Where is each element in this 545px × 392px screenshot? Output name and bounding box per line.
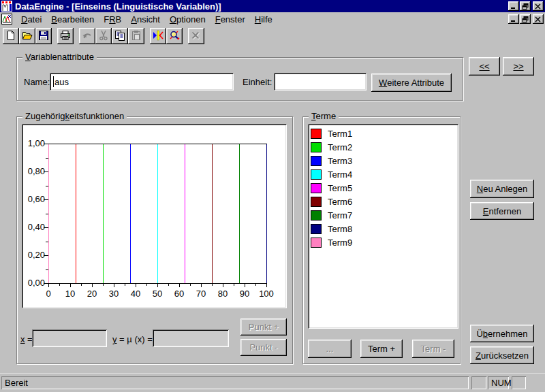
x-axis-tick (114, 283, 114, 287)
y-axis-minor-tick (46, 242, 48, 242)
entfernen-button[interactable]: Entfernen (470, 202, 534, 220)
delete-icon (191, 30, 202, 43)
term-list-item[interactable]: Term8 (311, 222, 458, 235)
term-list-item[interactable]: Term5 (311, 181, 458, 195)
x-axis-label: 20 (82, 289, 102, 299)
menu-optionen[interactable]: Optionen (165, 14, 211, 25)
x-axis-tick (223, 283, 223, 287)
term-list-item[interactable]: Term1 (311, 127, 458, 140)
app-window: DataEngine - [Einseins (Linguistische Va… (0, 0, 545, 392)
einheit-input[interactable] (274, 73, 367, 91)
zoom-membership-icon (169, 30, 180, 43)
minimize-button[interactable] (508, 1, 519, 11)
toolbar-save-button[interactable] (35, 28, 52, 44)
restore-button[interactable] (520, 1, 531, 11)
x-axis-minor-tick (59, 283, 60, 286)
menu-items: DateiBearbeitenFRBAnsichtOptionenFenster… (16, 14, 277, 25)
toolbar-separator (52, 36, 57, 37)
y-value-input (153, 329, 229, 347)
weitere-attribute-button[interactable]: Weitere Attribute (371, 74, 452, 92)
prev-variable-button[interactable]: << (469, 57, 500, 76)
x-axis-label: 0 (38, 289, 59, 299)
x-axis-tick (245, 283, 245, 287)
menu-frb[interactable]: FRB (99, 14, 126, 25)
x-value-input (32, 329, 107, 347)
menu-ansicht[interactable]: Ansicht (126, 14, 165, 25)
term-plus-button[interactable]: Term + (360, 340, 403, 358)
zuruecksetzen-button[interactable]: Zurücksetzen (470, 346, 534, 364)
chart-canvas[interactable]: 1,000,800,600,400,200,000102030405060708… (22, 124, 287, 308)
x-axis-minor-tick (103, 283, 104, 286)
y-axis-label: 0,60 (22, 195, 45, 204)
toolbar-zoom-membership-button[interactable] (166, 28, 183, 44)
neu-anlegen-button[interactable]: Neu Anlegen (470, 180, 534, 198)
toolbar-undo-button (79, 28, 95, 44)
titlebar: DataEngine - [Einseins (Linguistische Va… (0, 0, 545, 12)
term-color-chip (311, 183, 322, 193)
terme-listbox[interactable]: Term1Term2Term3Term4Term5Term6Term7Term8… (308, 124, 458, 329)
x-axis-tick (136, 283, 136, 287)
term-list-item[interactable]: Term6 (311, 195, 458, 208)
menu-datei[interactable]: Datei (16, 14, 46, 25)
term-label: Term5 (328, 183, 352, 193)
punkt-minus-button: Punkt - (240, 339, 287, 356)
x-axis-label: 40 (125, 289, 146, 299)
text-caret (53, 76, 54, 87)
toolbar-copy-button[interactable] (112, 28, 128, 44)
term-color-chip (311, 224, 322, 234)
y-axis-label: 0,00 (22, 278, 45, 288)
term-color-chip (311, 210, 322, 220)
close-button[interactable] (533, 14, 544, 24)
variablenattribute-group: Variablenattribute Name: aus Einheit: We… (16, 57, 463, 101)
restore-button[interactable] (520, 14, 531, 24)
zugehoerigkeitsfunktionen-legend: Zugehörigkeitsfunktionen (22, 112, 127, 121)
term-list-item[interactable]: Term2 (311, 140, 458, 154)
term-label: Term9 (328, 238, 352, 248)
y-mu-label: y = µ (x) = (112, 334, 153, 344)
term-list-item[interactable]: Term9 (311, 235, 458, 249)
membership-line-term5 (185, 144, 185, 284)
y-axis-minor-tick (46, 270, 48, 270)
x-axis-minor-tick (255, 283, 256, 286)
x-axis-minor-tick (190, 283, 191, 286)
minimize-button[interactable] (508, 14, 519, 24)
toolbar-open-folder-button[interactable] (19, 28, 35, 44)
term-list-item[interactable]: Term4 (311, 167, 458, 181)
einheit-label: Einheit: (243, 77, 272, 87)
x-axis-label: 70 (191, 289, 211, 299)
menu-bearbeiten[interactable]: Bearbeiten (46, 14, 99, 25)
name-label: Name: (24, 77, 50, 87)
term-label: Term2 (328, 142, 352, 152)
print-icon (60, 30, 71, 43)
status-panel-num: NUM (488, 376, 509, 389)
term-color-chip (311, 156, 322, 166)
y-axis-minor-tick (46, 158, 48, 159)
toolbar-delete-button (188, 28, 204, 44)
x-axis-minor-tick (234, 283, 234, 286)
next-variable-button[interactable]: >> (503, 57, 534, 76)
term-list-item[interactable]: Term3 (311, 154, 458, 167)
term-label: Term3 (328, 156, 352, 166)
open-folder-icon (22, 30, 33, 43)
membership-line-term3 (130, 144, 131, 284)
toolbar-new-document-button[interactable] (3, 28, 19, 44)
variablenattribute-legend: Variablenattribute (22, 52, 97, 62)
toolbar-cut-button (95, 28, 112, 44)
child-window-icon[interactable] (1, 14, 12, 24)
name-input[interactable]: aus (50, 73, 234, 91)
menu-hilfe[interactable]: Hilfe (250, 14, 277, 25)
y-axis-minor-tick (46, 214, 48, 214)
toolbar-print-button[interactable] (57, 28, 74, 44)
menu-fenster[interactable]: Fenster (211, 14, 250, 25)
x-axis-label: 80 (213, 289, 233, 299)
term-color-chip (311, 142, 322, 152)
toolbar-fit-membership-button[interactable] (150, 28, 166, 44)
term-color-chip (311, 197, 322, 207)
uebernehmen-button[interactable]: Übernehmen (470, 325, 534, 342)
term-list-item[interactable]: Term7 (311, 208, 458, 222)
term-color-chip (311, 169, 322, 180)
chart-frame-line (48, 144, 267, 144)
x-equals-label: x = (20, 334, 33, 344)
close-button[interactable] (533, 1, 544, 11)
x-axis-tick (70, 283, 71, 287)
